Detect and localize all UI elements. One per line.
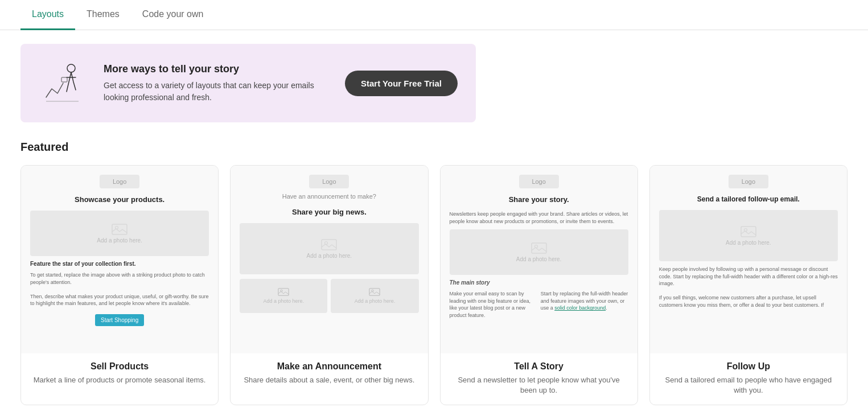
card-description: Market a line of products or promote sea… xyxy=(30,375,209,385)
card-headline-4: Send a tailored follow-up email. xyxy=(659,195,838,203)
photo-placeholder-2: Add a photo here. xyxy=(240,223,418,274)
card-headline-3: Share your story. xyxy=(450,195,628,204)
card-name-2: Make an Announcement xyxy=(240,361,418,372)
card-footer: Sell Products Market a line of products … xyxy=(21,353,218,394)
banner-description: Get access to a variety of layouts that … xyxy=(104,80,331,104)
layout-cards-grid: Logo Showcase your products. Add a photo… xyxy=(20,165,848,405)
card-name: Sell Products xyxy=(30,361,209,372)
logo-placeholder-2: Logo xyxy=(309,175,349,188)
photo-icon xyxy=(112,224,127,235)
card-text-block-2: Keep people involved by following up wit… xyxy=(659,266,838,309)
photo-icon-5 xyxy=(531,242,547,254)
banner-illustration xyxy=(39,57,90,109)
card-text-bold: Feature the star of your collection firs… xyxy=(30,261,209,267)
banner-text-block: More ways to tell your story Get access … xyxy=(104,63,331,104)
featured-section: Featured Logo Showcase your products. Ad… xyxy=(0,136,868,419)
layout-card-follow-up[interactable]: Logo Send a tailored follow-up email. Ad… xyxy=(649,165,848,405)
story-link: solid color background xyxy=(554,305,606,311)
photo-placeholder-3: Add a photo here. xyxy=(240,279,327,313)
svg-rect-4 xyxy=(322,240,336,250)
story-label: The main story xyxy=(450,279,628,286)
card-description-4: Send a tailored email to people who have… xyxy=(659,375,838,396)
start-trial-button[interactable]: Start Your Free Trial xyxy=(345,71,458,96)
card-footer-4: Follow Up Send a tailored email to peopl… xyxy=(650,353,847,405)
photo-row: Add a photo here. Add a photo here. xyxy=(240,279,418,313)
logo-placeholder-3: Logo xyxy=(519,175,559,188)
svg-rect-6 xyxy=(278,289,289,296)
tab-layouts[interactable]: Layouts xyxy=(20,0,75,30)
card-headline-2: Share your big news. xyxy=(240,208,418,216)
card-description-2: Share details about a sale, event, or ot… xyxy=(240,375,418,385)
layout-card-sell-products[interactable]: Logo Showcase your products. Add a photo… xyxy=(20,165,219,405)
photo-placeholder-6: Add a photo here. xyxy=(659,210,838,261)
photo-icon-3 xyxy=(278,288,289,296)
banner-title: More ways to tell your story xyxy=(104,63,331,75)
svg-rect-12 xyxy=(741,227,756,237)
svg-rect-8 xyxy=(369,289,380,296)
card-footer-2: Make an Announcement Share details about… xyxy=(231,353,427,394)
layout-card-tell-story[interactable]: Logo Share your story. Newsletters keep … xyxy=(440,165,638,405)
card-cta-button: Start Shopping xyxy=(95,314,144,326)
card-description-3: Send a newsletter to let people know wha… xyxy=(450,375,628,396)
svg-point-0 xyxy=(67,64,75,72)
logo-placeholder: Logo xyxy=(100,175,139,188)
card-body-text: Newsletters keep people engaged with you… xyxy=(450,211,628,225)
card-preview-sell-products: Logo Showcase your products. Add a photo… xyxy=(21,166,218,353)
tab-themes[interactable]: Themes xyxy=(75,0,131,30)
photo-placeholder-4: Add a photo here. xyxy=(331,279,418,313)
tab-code[interactable]: Code your own xyxy=(131,0,215,30)
photo-placeholder-5: Add a photo here. xyxy=(450,229,628,275)
card-preview-tell-story: Logo Share your story. Newsletters keep … xyxy=(441,166,637,353)
card-headline: Showcase your products. xyxy=(30,195,209,204)
logo-placeholder-4: Logo xyxy=(729,175,768,188)
story-col-2: Start by replacing the full-width header… xyxy=(541,290,628,319)
svg-rect-1 xyxy=(61,77,67,82)
svg-point-7 xyxy=(281,290,283,292)
layout-card-announcement[interactable]: Logo Have an announcement to make? Share… xyxy=(230,165,428,405)
svg-rect-10 xyxy=(532,243,546,253)
photo-icon-6 xyxy=(741,226,756,237)
tabs-nav: Layouts Themes Code your own xyxy=(0,0,868,30)
card-footer-3: Tell A Story Send a newsletter to let pe… xyxy=(441,353,637,405)
svg-point-3 xyxy=(116,226,118,229)
story-two-col: Make your email easy to scan by leading … xyxy=(450,290,628,319)
svg-point-13 xyxy=(744,228,747,231)
svg-point-5 xyxy=(325,241,328,244)
banner-figure-icon xyxy=(42,60,87,106)
featured-title: Featured xyxy=(20,141,848,154)
card-subheadline: Have an announcement to make? xyxy=(240,193,418,200)
photo-icon-2 xyxy=(321,239,337,250)
svg-rect-2 xyxy=(112,224,127,234)
svg-point-9 xyxy=(372,290,374,292)
promo-banner: More ways to tell your story Get access … xyxy=(20,44,476,122)
photo-icon-4 xyxy=(369,288,380,296)
card-preview-follow-up: Logo Send a tailored follow-up email. Ad… xyxy=(650,166,847,353)
card-text-block: To get started, replace the image above … xyxy=(30,271,209,307)
photo-placeholder: Add a photo here. xyxy=(30,211,209,256)
card-name-4: Follow Up xyxy=(659,361,838,372)
svg-point-11 xyxy=(534,245,537,248)
card-name-3: Tell A Story xyxy=(450,361,628,372)
story-col-1: Make your email easy to scan by leading … xyxy=(450,290,537,319)
card-preview-announcement: Logo Have an announcement to make? Share… xyxy=(231,166,427,353)
